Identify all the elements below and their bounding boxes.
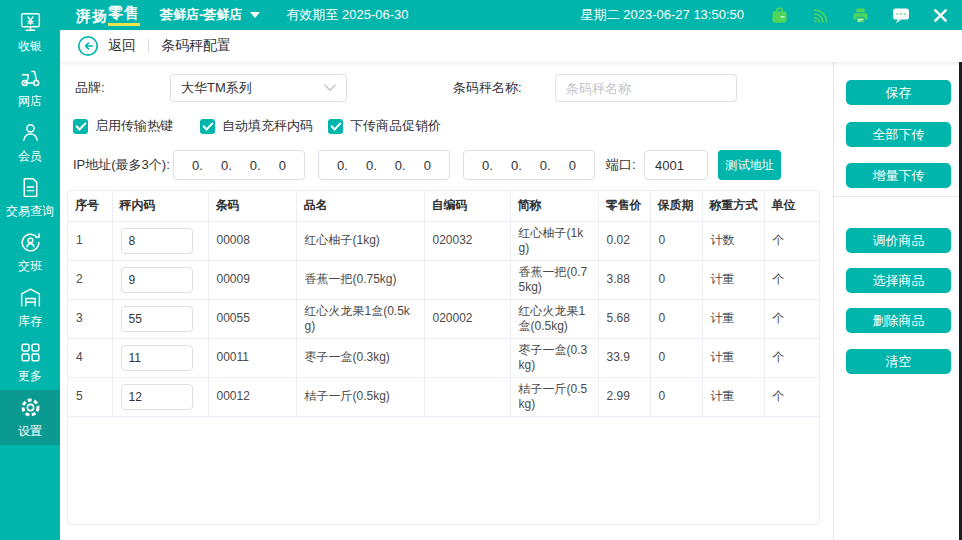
cell-weigh-method: 计重 [702,338,764,377]
cell-no: 4 [68,338,112,377]
checkbox-autofill-code[interactable]: 自动填充秤内码 [200,117,313,135]
back-button[interactable]: 返回 [77,35,136,57]
cell-unit: 个 [764,377,819,416]
ip-input-1[interactable]: 0. 0. 0. 0 [173,150,305,180]
cell-price: 5.68 [598,299,650,338]
sidebar-item-settings[interactable]: 设置 [0,390,60,445]
sidebar-item-transactions[interactable]: 交易查询 [0,170,60,225]
column-header-barcode: 条码 [208,191,296,221]
ip-input-2[interactable]: 0. 0. 0. 0 [318,150,450,180]
store-selector[interactable]: 荟鲜店-荟鲜店 [160,6,260,24]
cell-unit: 个 [764,221,819,260]
cell-self-code: 020032 [424,221,510,260]
logo-text-accent: 零售 [108,4,140,26]
cell-barcode: 00012 [208,377,296,416]
transactions-icon [18,175,43,200]
table-row[interactable]: 5 00012 桔子一斤(0.5kg) 桔子一斤(0.5kg) 2.99 0 计… [68,377,819,416]
cell-price: 2.99 [598,377,650,416]
cell-weigh-method: 计重 [702,377,764,416]
delete-goods-button[interactable]: 删除商品 [846,308,951,333]
cell-short-name: 红心火龙果1盒(0.5kg) [510,299,598,338]
ip-octet: 0 [279,158,286,173]
incremental-upload-button[interactable]: 增量下传 [846,163,951,188]
sidebar-item-label: 交班 [18,258,42,275]
scale-code-input[interactable] [121,306,193,332]
checkbox-label: 启用传输热键 [95,117,173,135]
store-name: 荟鲜店-荟鲜店 [160,6,242,24]
ip-input-3[interactable]: 0. 0. 0. 0 [463,150,595,180]
close-icon[interactable] [932,7,949,24]
datetime-text: 星期二 2023-06-27 13:50:50 [581,6,744,24]
wifi-icon[interactable] [810,5,830,25]
validity-text: 有效期至 2025-06-30 [286,6,408,24]
table-row[interactable]: 3 00055 红心火龙果1盒(0.5kg) 020002 红心火龙果1盒(0.… [68,299,819,338]
cell-name: 枣子一盒(0.3kg) [296,338,424,377]
adjust-price-button[interactable]: 调价商品 [846,228,951,253]
cell-no: 1 [68,221,112,260]
checkbox-label: 下传商品促销价 [350,117,441,135]
cell-shelf-life: 0 [650,377,702,416]
brand-label: 品牌: [75,74,105,102]
scale-code-input[interactable] [121,345,193,371]
topbar-icon-group [770,5,949,25]
sidebar-item-member[interactable]: 会员 [0,115,60,170]
chevron-down-icon [324,84,336,92]
column-header-price: 零售价 [598,191,650,221]
checkbox-checked-icon [328,119,343,134]
scale-code-input[interactable] [121,267,193,293]
cashier-icon [18,10,43,35]
scale-code-input[interactable] [121,384,193,410]
cell-no: 3 [68,299,112,338]
scale-code-input[interactable] [121,228,193,254]
app-logo: 湃扬 零售 [76,4,140,26]
package-icon[interactable] [770,6,789,25]
sidebar: 收银 网店 会员 交易查询 交班 [0,0,60,540]
sidebar-item-inventory[interactable]: 库存 [0,280,60,335]
sidebar-item-shift[interactable]: 交班 [0,225,60,280]
table-row[interactable]: 2 00009 香蕉一把(0.75kg) 香蕉一把(0.75kg) 3.88 0… [68,260,819,299]
scale-name-input[interactable] [555,74,737,102]
cell-short-name: 桔子一斤(0.5kg) [510,377,598,416]
store-dropdown-icon [250,12,260,18]
cell-shelf-life: 0 [650,221,702,260]
cell-scale-code [112,221,208,260]
test-address-button[interactable]: 测试地址 [718,150,781,180]
more-icon [18,340,43,365]
checkbox-label: 自动填充秤内码 [222,117,313,135]
sidebar-item-cashier[interactable]: 收银 [0,5,60,60]
ip-label: IP地址(最多3个): [73,150,170,180]
topbar: 湃扬 零售 荟鲜店-荟鲜店 有效期至 2025-06-30 星期二 2023-0… [0,0,962,30]
cell-unit: 个 [764,338,819,377]
cell-name: 红心柚子(1kg) [296,221,424,260]
cell-unit: 个 [764,260,819,299]
cell-self-code [424,377,510,416]
column-header-unit: 单位 [764,191,819,221]
sidebar-item-online-store[interactable]: 网店 [0,60,60,115]
cell-shelf-life: 0 [650,299,702,338]
printer-icon[interactable] [851,6,870,25]
cell-price: 33.9 [598,338,650,377]
table-row[interactable]: 4 00011 枣子一盒(0.3kg) 枣子一盒(0.3kg) 33.9 0 计… [68,338,819,377]
cell-scale-code [112,338,208,377]
checkbox-enable-hotkey[interactable]: 启用传输热键 [73,117,173,135]
column-header-self-code: 自编码 [424,191,510,221]
chat-icon[interactable] [891,5,911,25]
online-store-icon [18,65,43,90]
main-content: 品牌: 大华TM系列 条码秤名称: 启用传输热键 自动填充秤内码 下传商品促销价… [60,62,962,540]
select-goods-button[interactable]: 选择商品 [846,268,951,293]
header-divider [148,39,149,53]
ip-octet: 0 [569,158,576,173]
download-all-button[interactable]: 全部下传 [846,122,951,147]
save-button[interactable]: 保存 [846,80,951,105]
sidebar-item-label: 交易查询 [6,203,54,220]
cell-self-code: 020002 [424,299,510,338]
checkbox-upload-promo-price[interactable]: 下传商品促销价 [328,117,441,135]
port-input[interactable] [644,150,708,180]
brand-select[interactable]: 大华TM系列 [170,74,347,102]
sidebar-item-more[interactable]: 更多 [0,335,60,390]
ip-octet: 0. [540,158,551,173]
cell-name: 桔子一斤(0.5kg) [296,377,424,416]
logo-text-primary: 湃扬 [76,7,108,26]
table-row[interactable]: 1 00008 红心柚子(1kg) 020032 红心柚子(1kg) 0.02 … [68,221,819,260]
clear-button[interactable]: 清空 [846,349,951,374]
